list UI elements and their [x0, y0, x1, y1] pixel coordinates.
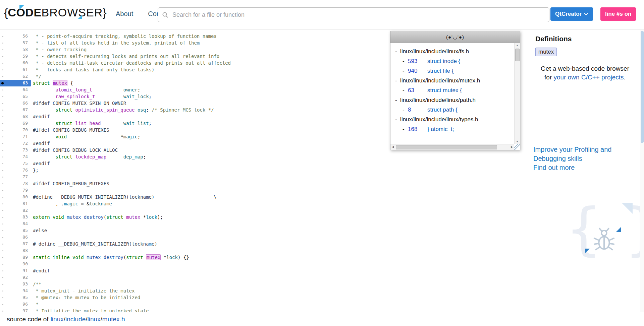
line-number[interactable]: 58 — [0, 46, 28, 53]
line-number[interactable]: 81 — [0, 200, 28, 207]
line-number[interactable]: 65 — [0, 93, 28, 100]
highlighted-symbol-mutex[interactable]: mutex — [53, 80, 67, 86]
line-number[interactable]: 78 — [0, 180, 28, 187]
code-token: void — [55, 134, 67, 139]
popup-def-line-number[interactable]: 940 — [408, 66, 427, 76]
popup-def-line-number[interactable]: 168 — [408, 124, 427, 134]
definition-chip-mutex[interactable]: mutex — [535, 48, 557, 56]
popup-def-line-number[interactable]: 8 — [408, 105, 427, 115]
line-number[interactable]: 69 — [0, 120, 28, 127]
code-token: mutex_destroy — [87, 255, 123, 260]
code-token: struct — [55, 154, 72, 159]
nav-link-about[interactable]: About — [116, 10, 133, 18]
code-line: 83extern void mutex_destroy(struct mutex… — [0, 214, 529, 220]
code-token: ( — [123, 255, 126, 260]
qtcreator-button[interactable]: QtCreator — [550, 7, 593, 21]
popup-def-link[interactable]: struct path { — [427, 105, 458, 115]
bug-icon — [591, 227, 617, 253]
skills-link[interactable]: Improve your Profiling and Debugging ski… — [533, 145, 619, 163]
line-number[interactable]: 75 — [0, 160, 28, 167]
code-line: 93/** — [0, 281, 529, 287]
highlighted-symbol-mutex[interactable]: mutex — [146, 254, 161, 260]
line-number[interactable]: 79 — [0, 187, 28, 194]
popup-file-item: - linux/linux/include/linux/mutex.h — [395, 76, 514, 85]
footer-path-link[interactable]: linux — [51, 316, 64, 323]
line-number[interactable]: 85 — [0, 227, 28, 234]
watermark-triangle-icon — [622, 203, 633, 214]
popup-def-link[interactable]: struct inode { — [427, 56, 460, 66]
popup-def-link[interactable]: struct file { — [427, 66, 453, 76]
line-number[interactable]: 94 — [0, 287, 28, 294]
definitions-popup[interactable]: (●'◡'●) - linux/linux/include/linux/fs.h… — [390, 31, 520, 150]
footer-path-link[interactable]: linux — [88, 316, 101, 323]
popup-def-line-number[interactable]: 63 — [408, 85, 427, 95]
line-number[interactable]: 70 — [0, 127, 28, 133]
popup-hscroll-thumb[interactable] — [396, 145, 497, 149]
search-input[interactable] — [172, 11, 545, 19]
line-number[interactable]: 59 — [0, 53, 28, 60]
line-number[interactable]: 80 — [0, 194, 28, 200]
line-number[interactable]: 72 — [0, 140, 28, 147]
code-text: }; — [33, 167, 39, 174]
line-number[interactable]: 74 — [0, 153, 28, 160]
line-number[interactable]: 92 — [0, 274, 28, 281]
code-line: 95 * @mutex: the mutex to be initialized — [0, 294, 529, 301]
scroll-up-icon[interactable]: ▲ — [515, 43, 520, 48]
code-token: void — [53, 214, 64, 220]
line-number[interactable]: 91 — [0, 267, 28, 274]
line-number[interactable]: 88 — [0, 247, 28, 254]
popup-title-bar[interactable]: (●'◡'●) — [390, 31, 520, 43]
code-token: * — [140, 214, 146, 220]
line-number[interactable]: 60 — [0, 60, 28, 66]
code-token: struct — [106, 214, 123, 220]
line-number[interactable]: 87 — [0, 241, 28, 247]
scroll-right-icon[interactable]: ▶ — [509, 144, 514, 150]
line-number[interactable]: 57 — [0, 40, 28, 46]
promo-link[interactable]: your own C/C++ projects — [554, 74, 624, 81]
line-number[interactable]: 67 — [0, 107, 28, 113]
line-number[interactable]: 64 — [0, 86, 28, 93]
line-number[interactable]: 95 — [0, 294, 28, 301]
line-number[interactable]: 89 — [0, 254, 28, 261]
line-number[interactable]: 71 — [0, 133, 28, 140]
line-number[interactable]: 96 — [0, 301, 28, 308]
line-number[interactable]: 68 — [0, 113, 28, 120]
code-token: ; — [138, 134, 140, 139]
footer-path-link[interactable]: mutex.h — [102, 316, 125, 323]
page-scrollbar[interactable] — [640, 29, 644, 312]
code-token — [50, 80, 53, 86]
scroll-left-icon[interactable]: ◀ — [390, 144, 395, 150]
line-number[interactable]: 86 — [0, 234, 28, 241]
line-number[interactable]: 97 — [0, 308, 28, 312]
code-line: 77 — [0, 174, 529, 180]
line-number[interactable]: 90 — [0, 261, 28, 267]
find-out-more-link[interactable]: Find out more — [533, 163, 619, 172]
page-scrollbar-thumb[interactable] — [641, 31, 644, 143]
line-number[interactable]: 93 — [0, 281, 28, 287]
code-token: * - point-of-acquire tracking, symbolic … — [33, 34, 217, 39]
footer-path-link[interactable]: include — [65, 316, 86, 323]
popup-def-link[interactable]: } atomic_t; — [427, 124, 454, 134]
popup-scrollbar-horizontal[interactable]: ◀ ▶ — [390, 144, 514, 150]
line-number[interactable]: 73 — [0, 147, 28, 153]
line-number[interactable]: 66 — [0, 100, 28, 107]
line-number[interactable]: 62 — [0, 73, 28, 80]
line-number[interactable]: 77 — [0, 174, 28, 180]
line-numbers-toggle-button[interactable]: line #s on — [600, 7, 636, 21]
footer: source code of linux/include/linux/mutex… — [0, 312, 644, 326]
resize-grip[interactable] — [514, 144, 520, 150]
popup-vscroll-thumb[interactable] — [515, 49, 520, 61]
code-token: ( — [104, 214, 106, 220]
line-number[interactable]: 61 — [0, 66, 28, 73]
scroll-down-icon[interactable]: ▼ — [515, 139, 520, 144]
popup-def-line-number[interactable]: 593 — [408, 56, 427, 66]
popup-def-link[interactable]: struct mutex { — [427, 85, 462, 95]
line-number[interactable]: 76 — [0, 167, 28, 174]
line-number[interactable]: 82 — [0, 207, 28, 214]
line-number[interactable]: 84 — [0, 220, 28, 227]
popup-scrollbar-vertical[interactable]: ▲ ▼ — [514, 43, 520, 144]
line-number[interactable]: 56 — [0, 33, 28, 40]
code-token: \ — [154, 194, 216, 200]
line-number[interactable]: 63 — [0, 80, 28, 86]
line-number[interactable]: 83 — [0, 214, 28, 220]
